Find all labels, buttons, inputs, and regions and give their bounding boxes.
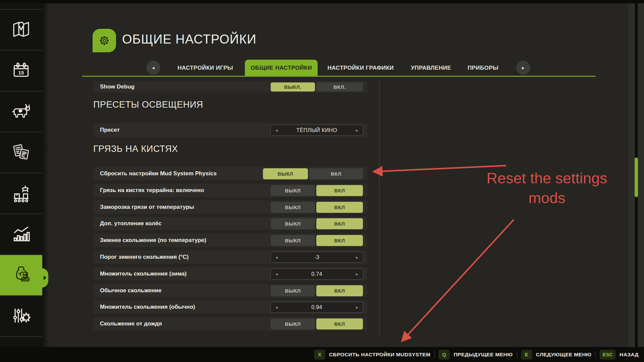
setting-label: Пресет — [100, 127, 120, 133]
map-icon — [10, 19, 32, 41]
tab-управление[interactable]: УПРАВЛЕНИЕ — [411, 65, 451, 71]
toggle-off-button[interactable]: ВЫКЛ — [271, 202, 315, 213]
settings-row: Множитель скольжения (зима)◄0.74► — [93, 267, 367, 281]
toggle-off-button[interactable]: ВЫКЛ — [271, 285, 315, 296]
page-title: ОБЩИЕ НАСТРОЙКИ — [122, 32, 257, 47]
annotation-note: Reset the settings mods — [469, 168, 625, 208]
annotation-arrow-to-bottom-hint — [402, 220, 514, 341]
value-selector[interactable]: ◄ТЁПЛЫЙ КИНО► — [270, 125, 363, 136]
settings-screen: 1512345L ОБЩИЕ НАСТРОЙКИ ◄ ► НАСТРОЙКИ И… — [0, 0, 644, 362]
toggle-on-button[interactable]: ВКЛ — [316, 318, 363, 329]
setting-label: Зимнее скольжение (по температуре) — [100, 237, 206, 244]
tabs-next-button[interactable]: ► — [516, 61, 530, 75]
toggle-on-button[interactable]: ВКЛ — [316, 235, 363, 246]
chevron-left-icon: ◄ — [151, 65, 156, 70]
toggle-off-button[interactable]: ВЫКЛ — [263, 168, 308, 179]
sidebar-item-animals[interactable] — [0, 91, 42, 132]
setting-label: Сбросить настройки Mud System Physics — [100, 170, 217, 177]
bottom-bar-separator — [434, 351, 435, 358]
bottom-bar-item-q[interactable]: QПРЕДЫДУЩЕЕ МЕНЮ — [439, 350, 513, 359]
calendar-day-label: 15 — [18, 70, 24, 75]
setting-label: Множитель скольжения (зима) — [100, 270, 186, 277]
stepper-left-icon[interactable]: ◄ — [275, 128, 278, 132]
sidebar-item-prices[interactable]: 12345L — [0, 254, 42, 295]
key-badge: Q — [439, 350, 449, 359]
gear-icon — [93, 29, 116, 52]
setting-label: Множитель скольжения (обычно) — [100, 304, 195, 310]
bottom-bar-separator — [517, 351, 517, 358]
bottom-bar-item-esc[interactable]: ESCНАЗАД — [600, 350, 639, 359]
setting-label: Show Debug — [100, 83, 135, 90]
toggle-off-button[interactable]: ВЫКЛ — [271, 218, 315, 229]
settings-row: Зимнее скольжение (по температуре)ВЫКЛВК… — [93, 234, 367, 247]
selector-value: -3 — [314, 254, 319, 260]
production-icon — [10, 182, 32, 204]
bottom-bar-item-x[interactable]: XСБРОСИТЬ НАСТРОЙКИ MUDSYSTEM — [314, 350, 431, 359]
game-settings-icon — [10, 305, 32, 327]
setting-label: Доп. утопление колёс — [100, 220, 162, 227]
sidebar-item-contracts[interactable] — [0, 132, 42, 173]
toggle-on-button[interactable]: ВКЛ. — [316, 82, 363, 92]
selector-value: 0.74 — [311, 271, 322, 277]
toggle-on-button[interactable]: ВКЛ — [316, 285, 363, 296]
toggle-off-button[interactable]: ВЫКЛ — [271, 235, 315, 246]
settings-row: Обычное скольжениеВЫКЛВКЛ — [93, 284, 367, 297]
top-strip — [0, 0, 644, 3]
prices-icon: 12345L — [10, 264, 32, 286]
sidebar-item-production[interactable] — [0, 173, 42, 214]
key-badge: ESC — [600, 350, 615, 359]
settings-row: Множитель скольжения (обычно)◄0.94► — [93, 300, 367, 314]
bottom-bar-label: НАЗАД — [620, 352, 639, 358]
sidebar-item-statistics[interactable] — [0, 214, 42, 254]
value-selector[interactable]: ◄0.94► — [270, 302, 363, 313]
sidebar-shadow — [42, 3, 49, 347]
tab-настройки-игры[interactable]: НАСТРОЙКИ ИГРЫ — [177, 65, 233, 71]
stepper-left-icon[interactable]: ◄ — [275, 272, 278, 276]
value-selector[interactable]: ◄-3► — [270, 252, 363, 263]
calendar-icon: 15 — [10, 60, 32, 82]
sidebar-item-map[interactable] — [0, 9, 42, 50]
stepper-left-icon[interactable]: ◄ — [275, 255, 278, 259]
setting-label: Обычное скольжение — [100, 287, 161, 294]
bottom-bar-item-e[interactable]: EСЛЕДУЮЩЕЕ МЕНЮ — [521, 350, 592, 359]
key-badge: X — [314, 350, 325, 359]
sidebar-item-calendar[interactable]: 15 — [0, 50, 42, 91]
stepper-left-icon[interactable]: ◄ — [275, 305, 278, 309]
toggle-off-button[interactable]: ВЫКЛ — [271, 185, 315, 196]
tabs-prev-button[interactable]: ◄ — [146, 61, 160, 75]
toggle-on-button[interactable]: ВКЛ — [309, 168, 363, 179]
setting-label: Скольжение от дождя — [100, 320, 162, 327]
scrollbar-thumb[interactable] — [635, 158, 638, 197]
setting-label: Заморозка грязи от температуры — [100, 204, 194, 210]
settings-row: Доп. утопление колёсВЫКЛВКЛ — [93, 217, 367, 230]
toggle-on-button[interactable]: ВКЛ — [316, 202, 363, 213]
toggle-off-button[interactable]: ВЫКЛ. — [271, 82, 315, 92]
stepper-right-icon[interactable]: ► — [355, 128, 359, 132]
bottom-bar-label: ПРЕДЫДУЩЕЕ МЕНЮ — [453, 352, 513, 358]
tab-настройки-графики[interactable]: НАСТРОЙКИ ГРАФИКИ — [327, 65, 394, 71]
toggle-on-button[interactable]: ВКЛ — [316, 185, 363, 196]
sidebar: 1512345L — [0, 3, 42, 347]
setting-label: Порог зимнего скольжения (°C) — [100, 254, 189, 260]
settings-row: Пресет◄ТЁПЛЫЙ КИНО► — [93, 123, 367, 137]
contracts-icon — [10, 141, 32, 164]
price-sign-label: 12345L — [21, 278, 29, 281]
value-selector[interactable]: ◄0.74► — [270, 268, 363, 280]
stepper-right-icon[interactable]: ► — [355, 272, 359, 276]
stepper-right-icon[interactable]: ► — [355, 255, 359, 259]
toggle-on-button[interactable]: ВКЛ — [316, 218, 363, 229]
column-divider — [379, 81, 380, 335]
chevron-right-icon — [44, 276, 46, 280]
statistics-icon — [10, 223, 32, 245]
chevron-right-icon: ► — [521, 65, 526, 70]
tab-общие-настройки[interactable]: ОБЩИЕ НАСТРОЙКИ — [245, 60, 318, 76]
stepper-right-icon[interactable]: ► — [355, 305, 359, 309]
settings-row: Скольжение от дождяВЫКЛВКЛ — [93, 317, 367, 330]
toggle-off-button[interactable]: ВЫКЛ — [271, 318, 315, 329]
sidebar-item-game-settings[interactable] — [0, 295, 42, 336]
setting-label: Грязь на кистях террайна: включено — [100, 187, 204, 194]
tab-приборы[interactable]: ПРИБОРЫ — [468, 65, 498, 71]
tab-label: ОБЩИЕ НАСТРОЙКИ — [251, 65, 312, 71]
bottom-bar-label: СБРОСИТЬ НАСТРОЙКИ MUDSYSTEM — [329, 352, 431, 358]
section-header: ПРЕСЕТЫ ОСВЕЩЕНИЯ — [93, 100, 203, 110]
